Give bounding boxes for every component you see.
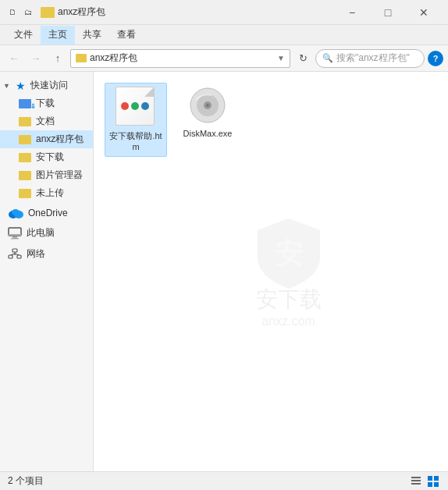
window-title: anxz程序包: [58, 5, 334, 19]
quick-access-arrow-icon: ▼: [3, 82, 11, 90]
menu-share[interactable]: 共享: [75, 26, 109, 44]
forward-button[interactable]: →: [27, 49, 45, 68]
search-placeholder: 搜索"anxz程序包": [336, 51, 410, 65]
sidebar-item-documents[interactable]: 文档: [0, 112, 93, 130]
watermark-shield-icon: 安: [254, 215, 324, 293]
svg-rect-9: [17, 255, 21, 258]
maximize-button[interactable]: □: [370, 0, 406, 25]
title-controls[interactable]: − □ ✕: [334, 0, 442, 25]
title-prop-icon: 🗂: [22, 6, 34, 19]
dot-red: [121, 102, 129, 110]
file-item-htm[interactable]: 安下载帮助.htm: [105, 83, 167, 157]
exe-file-label: DiskMax.exe: [183, 128, 233, 139]
svg-rect-21: [428, 476, 432, 481]
anxiazai-label: 安下载: [36, 151, 64, 164]
htm-file-label: 安下载帮助.htm: [108, 130, 163, 153]
sidebar-quick-access[interactable]: ▼ ★ 快速访问: [0, 76, 93, 94]
dot-blue: [141, 102, 149, 110]
svg-line-12: [15, 254, 20, 255]
view-toggle-icons[interactable]: [409, 474, 440, 488]
sidebar-item-unuploaded[interactable]: 未上传: [0, 184, 93, 202]
help-button[interactable]: ?: [428, 51, 443, 66]
toolbar: ← → ↑ anxz程序包 ▼ ↻ 🔍 搜索"anxz程序包" ?: [0, 45, 448, 72]
pictures-label: 图片管理器: [36, 169, 83, 182]
sidebar-thispc-section: 此电脑: [0, 224, 93, 242]
htm-file-background: [116, 87, 155, 126]
watermark-text-url: anxz.com: [261, 314, 315, 328]
anxz-label: anxz程序包: [36, 133, 84, 146]
unuploaded-label: 未上传: [36, 186, 64, 200]
item-count: 2 个项目: [8, 474, 409, 488]
htm-file-icon: [116, 87, 156, 127]
quick-access-star-icon: ★: [16, 80, 26, 92]
pictures-folder-icon: [19, 171, 31, 180]
dot-green: [131, 102, 139, 110]
menu-file[interactable]: 文件: [6, 26, 41, 44]
file-content-area: 安 安下载 anxz.com 安下载: [94, 72, 448, 471]
status-bar: 2 个项目: [0, 471, 448, 490]
svg-rect-4: [9, 234, 21, 236]
file-item-exe[interactable]: DiskMax.exe: [176, 83, 239, 157]
menu-bar: 文件 主页 共享 查看: [0, 25, 448, 45]
svg-line-11: [11, 254, 16, 255]
svg-rect-23: [428, 482, 432, 487]
address-bar[interactable]: anxz程序包 ▼: [70, 49, 290, 68]
title-folder-icon: [41, 7, 55, 18]
menu-view[interactable]: 查看: [109, 26, 144, 44]
svg-rect-7: [12, 249, 17, 252]
address-folder-icon: [76, 54, 87, 62]
pc-icon: [8, 227, 22, 240]
sidebar-item-downloads[interactable]: ⇩ 下载: [0, 94, 93, 112]
title-new-icon: 🗋: [6, 6, 19, 19]
close-button[interactable]: ✕: [406, 0, 442, 25]
up-button[interactable]: ↑: [48, 49, 67, 68]
sidebar: ▼ ★ 快速访问 ⇩ 下载 文档 anxz程序包 安: [0, 72, 94, 471]
search-bar[interactable]: 🔍 搜索"anxz程序包": [315, 49, 425, 68]
downloads-label: 下载: [36, 97, 55, 110]
sidebar-item-onedrive[interactable]: OneDrive: [0, 205, 93, 221]
tiles-view-icon[interactable]: [426, 474, 440, 488]
sidebar-item-pictures[interactable]: 图片管理器: [0, 166, 93, 184]
svg-rect-8: [9, 255, 12, 258]
address-text: anxz程序包: [90, 51, 274, 65]
main-area: ▼ ★ 快速访问 ⇩ 下载 文档 anxz程序包 安: [0, 72, 448, 471]
watermark-text-chinese: 安下载: [256, 285, 322, 314]
network-label: 网络: [27, 247, 45, 261]
svg-rect-18: [411, 477, 421, 478]
details-view-icon[interactable]: [409, 474, 423, 488]
onedrive-label: OneDrive: [28, 208, 68, 218]
onedrive-icon: [8, 208, 23, 218]
unuploaded-folder-icon: [19, 189, 31, 198]
title-bar: 🗋 🗂 anxz程序包 − □ ✕: [0, 0, 448, 25]
file-grid: 安下载帮助.htm DiskMax.exe: [101, 80, 440, 160]
anxz-folder-icon: [19, 135, 31, 144]
svg-rect-24: [434, 482, 439, 487]
svg-rect-20: [411, 483, 421, 485]
sidebar-onedrive-section: OneDrive: [0, 205, 93, 221]
svg-rect-19: [411, 480, 421, 481]
title-bar-system-icons: 🗋 🗂: [6, 6, 34, 19]
htm-corner-fold: [144, 87, 154, 97]
sidebar-item-network[interactable]: 网络: [0, 245, 93, 263]
svg-text:安: 安: [273, 237, 303, 269]
search-icon: 🔍: [322, 53, 333, 63]
svg-rect-5: [12, 236, 17, 238]
menu-home[interactable]: 主页: [41, 26, 75, 44]
back-button[interactable]: ←: [5, 49, 23, 68]
anxiazai-folder-icon: [19, 153, 31, 162]
svg-rect-22: [434, 476, 439, 481]
address-dropdown-icon[interactable]: ▼: [277, 54, 285, 62]
svg-point-2: [12, 209, 20, 215]
sidebar-item-anxiazai[interactable]: 安下载: [0, 148, 93, 166]
thispc-label: 此电脑: [27, 226, 55, 240]
sidebar-item-anxz[interactable]: anxz程序包: [0, 130, 93, 148]
htm-color-indicators: [121, 102, 149, 110]
watermark: 安 安下载 anxz.com: [254, 215, 324, 328]
svg-rect-6: [11, 238, 19, 240]
minimize-button[interactable]: −: [334, 0, 370, 25]
sidebar-item-thispc[interactable]: 此电脑: [0, 224, 93, 242]
sidebar-network-section: 网络: [0, 245, 93, 263]
documents-folder-icon: [19, 117, 31, 126]
exe-file-icon: [188, 86, 227, 125]
refresh-button[interactable]: ↻: [293, 49, 312, 68]
